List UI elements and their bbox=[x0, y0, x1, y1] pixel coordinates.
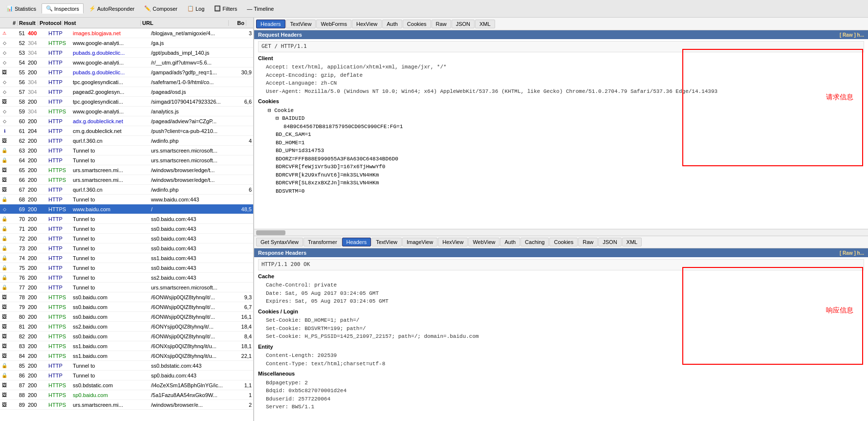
row-result: 200 bbox=[26, 314, 47, 320]
list-item[interactable]: 🖼82200HTTPSss0.baidu.com/6ONWsjip0QIZ8ty… bbox=[0, 332, 253, 341]
row-host: Tunnel to bbox=[71, 148, 150, 154]
req-tab-headers[interactable]: Headers bbox=[256, 20, 285, 28]
request-hscroll-thumb[interactable] bbox=[256, 230, 285, 235]
row-host: ss0.baidu.com bbox=[71, 294, 150, 300]
list-item[interactable]: 🔒71200HTTPTunnel toss0.baidu.com:443 bbox=[0, 224, 253, 234]
resp-tab-caching[interactable]: Caching bbox=[521, 238, 549, 246]
list-item[interactable]: 🖼66200HTTPSurs.smartscreen.mi.../windows… bbox=[0, 175, 253, 185]
row-num: 68 bbox=[9, 197, 26, 202]
statistics-tab[interactable]: 📊 Statistics bbox=[2, 3, 41, 14]
row-host: cm.g.doubleclick.net bbox=[71, 128, 150, 134]
response-raw-link[interactable]: [ Raw ] h... bbox=[840, 250, 864, 256]
row-host: Tunnel to bbox=[71, 373, 150, 378]
list-item[interactable]: 🖼89200HTTPSurs.smartscreen.mi.../windows… bbox=[0, 400, 253, 410]
resp-tab-syntaxview[interactable]: Get SyntaxView bbox=[256, 238, 303, 246]
req-tab-cookies[interactable]: Cookies bbox=[403, 20, 431, 28]
req-tab-xml[interactable]: XML bbox=[475, 20, 495, 28]
inspectors-tab[interactable]: 🔍 Inspectors bbox=[42, 3, 84, 14]
list-item[interactable]: ◇57304HTTPpagead2.googlesyn.../pagead/os… bbox=[0, 87, 253, 97]
list-item[interactable]: ◇52304HTTPSwww.google-analyti.../ga.js bbox=[0, 38, 253, 48]
row-url: /simgad/107904147923326... bbox=[150, 99, 236, 105]
list-item[interactable]: 🔒63200HTTPTunnel tours.smartscreen.micro… bbox=[0, 146, 253, 155]
resp-tab-hexview[interactable]: HexView bbox=[438, 238, 468, 246]
row-protocol: HTTP bbox=[47, 275, 71, 281]
resp-tab-imageview[interactable]: ImageView bbox=[402, 238, 437, 246]
row-url: /gampad/ads?gdfp_req=1... bbox=[150, 69, 236, 75]
resp-tab-headers[interactable]: Headers bbox=[342, 238, 371, 246]
list-item[interactable]: 🖼84200HTTPSss1.baidu.com/6ONXsjip0QIZ8ty… bbox=[0, 351, 253, 361]
list-item[interactable]: 🖼67200HTTPqurl.f.360.cn/wdinfo.php6 bbox=[0, 185, 253, 195]
list-item[interactable]: ◇53304HTTPpubads.g.doubleclic.../gpt/pub… bbox=[0, 48, 253, 58]
resp-tab-xml[interactable]: XML bbox=[622, 238, 642, 246]
list-item[interactable]: 🖼78200HTTPSss0.baidu.com/6ONWsjip0QIZ8ty… bbox=[0, 292, 253, 302]
list-item[interactable]: 🔒85200HTTPTunnel toss0.bdstatic.com:443 bbox=[0, 361, 253, 371]
row-host: qurl.f.360.cn bbox=[71, 138, 150, 144]
list-item[interactable]: 🖼55200HTTPpubads.g.doubleclic.../gampad/… bbox=[0, 67, 253, 77]
list-item[interactable]: 🖼80200HTTPSss0.baidu.com/6ONWsjip0QIZ8ty… bbox=[0, 312, 253, 322]
list-item[interactable]: 🖼65200HTTPSurs.smartscreen.mi.../windows… bbox=[0, 165, 253, 175]
filters-tab[interactable]: 🔲 Filters bbox=[210, 3, 241, 14]
list-item[interactable]: 🔒70200HTTPTunnel toss0.baidu.com:443 bbox=[0, 214, 253, 224]
row-protocol: HTTP bbox=[47, 187, 71, 193]
row-host: Tunnel to bbox=[71, 285, 150, 290]
row-num: 79 bbox=[9, 304, 26, 310]
request-hscrollbar[interactable] bbox=[254, 229, 868, 236]
list-item[interactable]: ◇60200HTTPadx.g.doubleclick.net/pagead/a… bbox=[0, 116, 253, 126]
list-item[interactable]: 🔒73200HTTPTunnel toss0.baidu.com:443 bbox=[0, 244, 253, 253]
list-item[interactable]: 🔒75200HTTPTunnel toss0.baidu.com:443 bbox=[0, 263, 253, 273]
row-icon: 🖼 bbox=[0, 382, 9, 388]
list-item[interactable]: 🖼58200HTTPtpc.googlesyndicati.../simgad/… bbox=[0, 97, 253, 107]
list-item[interactable]: 🖼87200HTTPSss0.bdstatic.com/l4oZeXSm1A5B… bbox=[0, 380, 253, 390]
req-tab-raw[interactable]: Raw bbox=[432, 20, 451, 28]
row-body: 2 bbox=[236, 402, 253, 408]
list-item[interactable]: 🔒77200HTTPTunnel tours.smartscreen.micro… bbox=[0, 283, 253, 292]
request-list-body[interactable]: ⚠51400HTTPimages.blogjava.net/blogjava_n… bbox=[0, 28, 253, 421]
log-tab[interactable]: 📋 Log bbox=[183, 3, 209, 14]
list-item[interactable]: 🔒74200HTTPTunnel toss1.baidu.com:443 bbox=[0, 253, 253, 263]
resp-tab-webview[interactable]: WebView bbox=[468, 238, 499, 246]
list-item[interactable]: 🖼83200HTTPSss1.baidu.com/6ONXsjip0QIZ8ty… bbox=[0, 341, 253, 351]
req-tab-hexview[interactable]: HexView bbox=[352, 20, 382, 28]
request-headers-content[interactable]: GET / HTTP/1.1 Client Accept: text/html,… bbox=[254, 39, 868, 229]
req-tab-auth[interactable]: Auth bbox=[382, 20, 402, 28]
list-item[interactable]: 🔒72200HTTPTunnel toss0.baidu.com:443 bbox=[0, 234, 253, 244]
resp-tab-auth[interactable]: Auth bbox=[500, 238, 520, 246]
composer-tab[interactable]: ✏️ Composer bbox=[140, 3, 182, 14]
list-item[interactable]: ◇56304HTTPtpc.googlesyndicati.../safefra… bbox=[0, 77, 253, 87]
list-item[interactable]: 🔒76200HTTPTunnel toss2.baidu.com:443 bbox=[0, 273, 253, 283]
list-item[interactable]: 🖼79200HTTPSss0.baidu.com/6ONWsjip0QIZ8ty… bbox=[0, 302, 253, 312]
req-tab-webforms[interactable]: WebForms bbox=[316, 20, 351, 28]
row-body: 4 bbox=[236, 138, 253, 144]
list-item[interactable]: 🖼81200HTTPSss2.baidu.com/6ONYsjip0QIZ8ty… bbox=[0, 322, 253, 332]
list-item[interactable]: ◇54200HTTPwww.google-analyti.../r/__utm.… bbox=[0, 58, 253, 67]
resp-tab-cookies[interactable]: Cookies bbox=[549, 238, 578, 246]
resp-tab-textview[interactable]: TextView bbox=[371, 238, 402, 246]
composer-icon: ✏️ bbox=[144, 5, 151, 12]
list-item[interactable]: 🔒86200HTTPTunnel tosp0.baidu.com:443 bbox=[0, 371, 253, 380]
list-item[interactable]: 🔒64200HTTPTunnel tours.smartscreen.micro… bbox=[0, 155, 253, 165]
list-item[interactable]: ℹ61204HTTPcm.g.doubleclick.net/push?clie… bbox=[0, 126, 253, 136]
row-num: 56 bbox=[9, 79, 26, 85]
row-host: pagead2.googlesyn... bbox=[71, 89, 150, 95]
row-result: 200 bbox=[26, 255, 47, 261]
req-tab-json[interactable]: JSON bbox=[452, 20, 475, 28]
row-host: urs.smartscreen.mi... bbox=[71, 167, 150, 173]
list-item[interactable]: ◇59304HTTPSwww.google-analyti.../analyti… bbox=[0, 107, 253, 116]
list-item[interactable]: 🖼62200HTTPqurl.f.360.cn/wdinfo.php4 bbox=[0, 136, 253, 146]
resp-tab-transformer[interactable]: Transformer bbox=[304, 238, 342, 246]
req-tab-textview[interactable]: TextView bbox=[286, 20, 316, 28]
list-item[interactable]: 🖼88200HTTPSsp0.baidu.com/5a1Fazu8AA54nxG… bbox=[0, 390, 253, 400]
row-icon: 🖼 bbox=[0, 314, 9, 319]
list-item[interactable]: ◇69200HTTPSwww.baidu.com/48,5 bbox=[0, 204, 253, 214]
resp-tab-raw[interactable]: Raw bbox=[578, 238, 598, 246]
row-result: 304 bbox=[26, 40, 47, 46]
resp-tab-json[interactable]: JSON bbox=[598, 238, 621, 246]
list-item[interactable]: 🔒68200HTTPTunnel towww.baidu.com:443 bbox=[0, 195, 253, 204]
request-raw-link[interactable]: [ Raw ] h... bbox=[840, 32, 864, 38]
autoresponder-tab[interactable]: ⚡ AutoResponder bbox=[85, 3, 139, 14]
row-result: 200 bbox=[26, 245, 47, 251]
row-protocol: HTTPS bbox=[47, 392, 71, 398]
response-headers-content[interactable]: HTTP/1.1 200 OK Cache Cache-Control: pri… bbox=[254, 257, 868, 421]
list-item[interactable]: ⚠51400HTTPimages.blogjava.net/blogjava_n… bbox=[0, 28, 253, 38]
timeline-tab[interactable]: — Timeline bbox=[242, 4, 278, 14]
